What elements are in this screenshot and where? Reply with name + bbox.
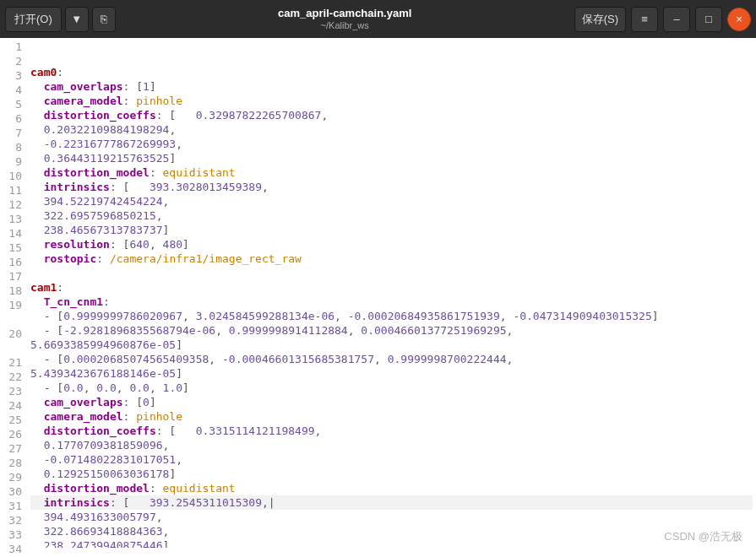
- code-line[interactable]: distortion_coeffs: [ 0.32987822265700867…: [30, 108, 753, 122]
- code-line[interactable]: 5.6693385994960876e-05]: [30, 338, 753, 352]
- line-number: 14: [0, 226, 22, 241]
- new-tab-button[interactable]: ⎘: [92, 7, 116, 32]
- titlebar: 打开(O) ▼ ⎘ cam_april-camchain.yaml ~/Kali…: [0, 0, 756, 38]
- code-line[interactable]: cam_overlaps: [0]: [30, 395, 753, 409]
- line-number: 12: [0, 197, 22, 212]
- code-line[interactable]: intrinsics: [ 393.2545311015309,|: [30, 495, 753, 510]
- line-number: 9: [0, 154, 22, 169]
- code-line[interactable]: - [-2.9281896835568794e-06, 0.9999998914…: [30, 323, 753, 338]
- line-number: 20: [0, 327, 22, 341]
- maximize-button[interactable]: □: [695, 7, 722, 32]
- code-line[interactable]: - [0.9999999786020967, 3.024584599288134…: [30, 309, 753, 323]
- code-line[interactable]: 0.12925150063036178]: [30, 467, 753, 481]
- code-area[interactable]: cam0: cam_overlaps: [1] camera_model: pi…: [27, 38, 756, 548]
- code-line[interactable]: distortion_coeffs: [ 0.3315114121198499,: [30, 424, 753, 438]
- code-line[interactable]: cam_overlaps: [1]: [30, 79, 753, 94]
- open-dropdown[interactable]: ▼: [65, 7, 89, 32]
- line-number: 26: [0, 427, 22, 441]
- title-area: cam_april-camchain.yaml ~/Kalibr_ws: [116, 8, 574, 30]
- line-number: [0, 341, 22, 355]
- line-number: 11: [0, 183, 22, 197]
- line-number: 13: [0, 212, 22, 226]
- line-number: 2: [0, 54, 22, 68]
- code-line[interactable]: - [0.0, 0.0, 0.0, 1.0]: [30, 381, 753, 395]
- line-number: 6: [0, 111, 22, 126]
- line-number: 33: [0, 527, 22, 542]
- code-line[interactable]: 0.36443119215763525]: [30, 151, 753, 165]
- line-number: 18: [0, 284, 22, 298]
- open-button[interactable]: 打开(O): [5, 7, 62, 32]
- code-line[interactable]: -0.07148022831017051,: [30, 452, 753, 467]
- titlebar-left: 打开(O) ▼ ⎘: [5, 7, 116, 32]
- code-line[interactable]: -0.22316777867269993,: [30, 137, 753, 151]
- code-line[interactable]: T_cn_cnm1:: [30, 295, 753, 309]
- line-number: 30: [0, 484, 22, 499]
- line-number: 16: [0, 255, 22, 269]
- code-line[interactable]: distortion_model: equidistant: [30, 165, 753, 180]
- line-number: 34: [0, 542, 22, 556]
- titlebar-right: 保存(S) ≡ – □ ×: [574, 7, 751, 32]
- line-number: 23: [0, 384, 22, 398]
- line-number: 25: [0, 413, 22, 427]
- filename: cam_april-camchain.yaml: [116, 8, 574, 19]
- line-gutter: 1234567891011121314151617181920212223242…: [0, 38, 27, 548]
- line-number: 5: [0, 97, 22, 111]
- line-number: 15: [0, 241, 22, 255]
- line-number: 27: [0, 441, 22, 456]
- code-line[interactable]: 0.20322109884198294,: [30, 122, 753, 137]
- code-line[interactable]: intrinsics: [ 393.3028013459389,: [30, 180, 753, 194]
- filepath: ~/Kalibr_ws: [116, 20, 574, 30]
- code-line[interactable]: [30, 266, 753, 280]
- line-number: 3: [0, 68, 22, 83]
- line-number: 22: [0, 370, 22, 384]
- code-line[interactable]: 5.4393423676188146e-05]: [30, 366, 753, 381]
- code-line[interactable]: resolution: [640, 480]: [30, 237, 753, 251]
- code-line[interactable]: distortion_model: equidistant: [30, 481, 753, 495]
- line-number: 7: [0, 126, 22, 140]
- code-line[interactable]: 322.86693418884363,: [30, 524, 753, 538]
- line-number: 32: [0, 513, 22, 527]
- code-line[interactable]: 322.6957596850215,: [30, 208, 753, 223]
- code-line[interactable]: 0.1770709381859096,: [30, 438, 753, 452]
- line-number: 29: [0, 470, 22, 484]
- line-number: 17: [0, 269, 22, 284]
- line-number: 19: [0, 298, 22, 312]
- code-line[interactable]: 238.46567313783737]: [30, 223, 753, 237]
- close-button[interactable]: ×: [727, 8, 751, 31]
- code-line[interactable]: camera_model: pinhole: [30, 409, 753, 424]
- code-line[interactable]: camera_model: pinhole: [30, 94, 753, 108]
- line-number: 24: [0, 398, 22, 413]
- minimize-button[interactable]: –: [663, 7, 690, 32]
- line-number: 21: [0, 355, 22, 370]
- line-number: 10: [0, 169, 22, 183]
- code-line[interactable]: cam0:: [30, 65, 753, 79]
- code-line[interactable]: 238.24739940875446]: [30, 538, 753, 548]
- editor[interactable]: 1234567891011121314151617181920212223242…: [0, 38, 756, 548]
- line-number: 8: [0, 140, 22, 154]
- line-number: [0, 312, 22, 327]
- watermark: CSDN @浩无极: [664, 529, 742, 544]
- line-number: 4: [0, 83, 22, 97]
- code-line[interactable]: 394.4931633005797,: [30, 510, 753, 524]
- line-number: 31: [0, 499, 22, 513]
- menu-button[interactable]: ≡: [631, 7, 658, 32]
- code-line[interactable]: rostopic: /camera/infra1/image_rect_raw: [30, 251, 753, 266]
- line-number: 1: [0, 40, 22, 54]
- code-line[interactable]: 394.52219742454224,: [30, 194, 753, 208]
- line-number: 28: [0, 456, 22, 470]
- save-button[interactable]: 保存(S): [574, 7, 626, 32]
- code-line[interactable]: cam1:: [30, 280, 753, 295]
- code-line[interactable]: - [0.00020685074565409358, -0.0004660131…: [30, 352, 753, 366]
